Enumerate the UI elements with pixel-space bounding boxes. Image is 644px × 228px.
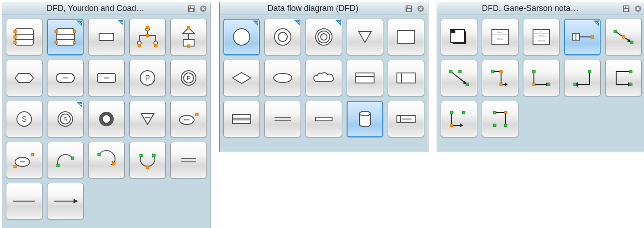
process-box-icon[interactable] <box>441 19 477 55</box>
svg-rect-147 <box>629 70 632 73</box>
panel-dfd: Data flow diagram (DFD) <box>219 2 428 152</box>
conn-diag-icon[interactable] <box>605 19 642 55</box>
card-v-icon[interactable] <box>388 60 424 96</box>
equal-lines-icon[interactable] <box>170 142 207 178</box>
dropdown-corner-icon[interactable] <box>76 21 82 26</box>
conn-elbow-icon[interactable] <box>482 60 518 96</box>
circle-2-icon[interactable] <box>264 19 301 55</box>
card-left-icon[interactable] <box>388 101 424 137</box>
svg-rect-3 <box>190 6 191 8</box>
p-circle-alt-icon[interactable]: P <box>170 60 207 96</box>
panel-yourdon: DFD, Yourdon and Coad… PPSS <box>2 2 211 228</box>
svg-rect-27 <box>138 44 141 47</box>
svg-rect-105 <box>624 9 628 11</box>
class-icon[interactable] <box>170 19 207 55</box>
p-circle-icon[interactable]: P <box>129 60 166 96</box>
svg-rect-5 <box>15 29 33 45</box>
s-circle-sel-icon[interactable]: S <box>47 101 84 137</box>
panel-title: Data flow diagram (DFD) <box>224 4 401 13</box>
svg-text:P: P <box>145 74 150 82</box>
single-bar-icon[interactable] <box>306 101 342 137</box>
dropdown-corner-icon[interactable] <box>294 20 300 26</box>
arc-2-icon[interactable] <box>88 142 125 178</box>
dropdown-corner-icon[interactable] <box>253 21 258 26</box>
svg-rect-2 <box>190 9 193 11</box>
svg-rect-152 <box>450 124 453 127</box>
ellipse-h2-icon[interactable] <box>6 142 42 178</box>
panel-title: DFD, Yourdon and Coad… <box>7 4 184 13</box>
svg-rect-137 <box>500 70 502 73</box>
svg-text:P: P <box>187 75 191 82</box>
conn-elbow4-icon[interactable] <box>605 60 642 96</box>
panel-body <box>220 15 428 141</box>
triangle-open-icon[interactable] <box>347 19 383 55</box>
svg-text:location: location <box>537 39 545 42</box>
data-store-icon[interactable] <box>6 19 42 55</box>
labeled-box-icon[interactable]: idheadlocation <box>523 19 560 55</box>
svg-rect-59 <box>31 153 34 156</box>
svg-rect-34 <box>187 45 190 47</box>
svg-rect-76 <box>407 6 408 8</box>
svg-rect-67 <box>146 166 149 169</box>
svg-text:Head: Head <box>497 31 503 34</box>
dropdown-corner-icon[interactable] <box>593 21 599 26</box>
donut-icon[interactable] <box>88 101 125 137</box>
close-icon[interactable] <box>633 4 643 13</box>
save-icon[interactable] <box>622 4 631 13</box>
round-rect2-icon[interactable] <box>88 60 125 96</box>
conn-h-icon[interactable] <box>564 19 601 55</box>
hexagon-icon[interactable] <box>6 60 42 96</box>
svg-rect-18 <box>99 33 114 41</box>
entity-box-icon[interactable]: HeadBody <box>482 19 518 55</box>
card-h-icon[interactable] <box>347 60 383 96</box>
database-sel-icon[interactable] <box>347 101 383 137</box>
save-icon[interactable] <box>187 4 196 13</box>
save-icon[interactable] <box>404 4 413 13</box>
conn-elbow3-icon[interactable] <box>564 60 601 96</box>
tree-icon[interactable] <box>129 19 166 55</box>
svg-rect-11 <box>56 29 74 45</box>
panel-gane: DFD, Gane-Sarson nota… HeadBodyidheadloc… <box>437 2 644 152</box>
svg-rect-97 <box>316 117 332 121</box>
conn-u1-icon[interactable] <box>441 101 477 137</box>
arrow-icon[interactable] <box>47 183 84 219</box>
svg-rect-64 <box>112 162 115 165</box>
ellipse-h-icon[interactable] <box>170 101 207 137</box>
ellipse-icon[interactable] <box>264 60 301 96</box>
line-icon[interactable] <box>6 183 42 219</box>
conn-down-icon[interactable] <box>441 60 477 96</box>
arc-1-icon[interactable] <box>47 142 84 178</box>
dropdown-corner-icon[interactable] <box>77 102 82 108</box>
svg-rect-154 <box>493 124 496 127</box>
svg-rect-138 <box>500 83 502 86</box>
svg-rect-132 <box>449 70 452 73</box>
svg-rect-15 <box>73 30 76 33</box>
triangle-down-icon[interactable] <box>129 101 166 137</box>
data-store-sel-icon[interactable] <box>47 19 84 55</box>
storage-icon[interactable] <box>223 101 260 137</box>
svg-rect-66 <box>153 154 155 157</box>
svg-rect-16 <box>55 41 58 44</box>
svg-point-99 <box>359 111 370 116</box>
close-icon[interactable] <box>416 4 425 13</box>
svg-rect-28 <box>154 44 157 47</box>
diamond-icon[interactable] <box>223 60 260 96</box>
svg-marker-52 <box>141 114 154 124</box>
svg-rect-29 <box>146 34 149 37</box>
rectangle-icon[interactable] <box>88 19 125 55</box>
conn-elbow2-icon[interactable] <box>523 60 560 96</box>
close-icon[interactable] <box>199 4 208 13</box>
circle-icon[interactable] <box>223 19 260 55</box>
svg-rect-145 <box>574 83 576 86</box>
svg-rect-129 <box>622 36 625 38</box>
arc-3-icon[interactable] <box>129 142 166 178</box>
dropdown-corner-icon[interactable] <box>118 20 123 26</box>
dropdown-corner-icon[interactable] <box>335 20 341 26</box>
conn-u2-icon[interactable] <box>482 101 518 137</box>
double-line-icon[interactable] <box>264 101 301 137</box>
round-rect-icon[interactable] <box>47 60 84 96</box>
cloud-icon[interactable] <box>306 60 342 96</box>
s-circle-icon[interactable]: S <box>6 101 42 137</box>
box-icon[interactable] <box>388 19 424 55</box>
circle-3-icon[interactable] <box>306 19 342 55</box>
